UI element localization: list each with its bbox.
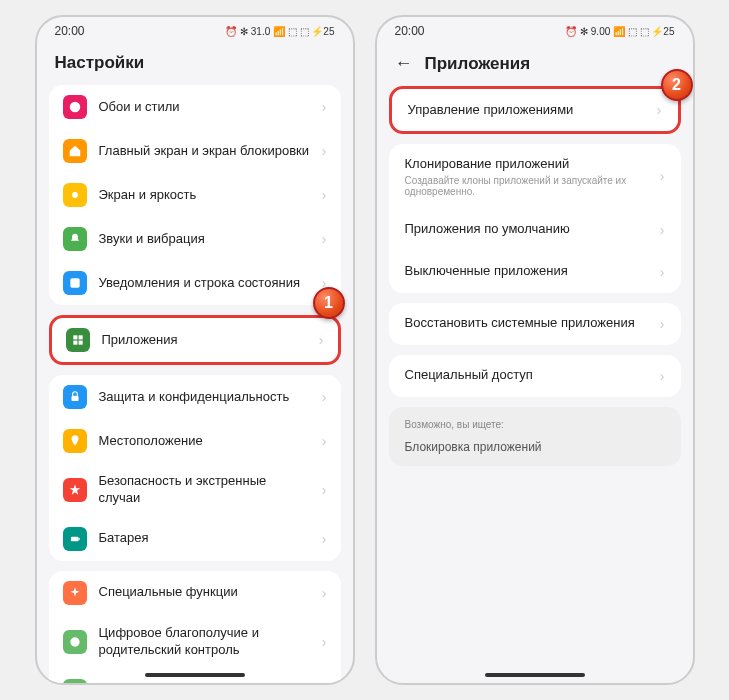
row-special[interactable]: Специальные функции › [49,571,341,615]
highlighted-manage-apps: Управление приложениями › [389,86,681,134]
row-manage-apps[interactable]: Управление приложениями › [392,89,678,131]
row-label: Специальный доступ [405,367,648,384]
gear-icon [63,679,87,683]
chevron-right-icon: › [660,368,665,384]
step-badge-2: 2 [661,69,693,101]
svg-point-1 [72,192,78,198]
row-clone-apps[interactable]: Клонирование приложений Создавайте клоны… [389,144,681,209]
row-wellbeing[interactable]: Цифровое благополучие и родительский кон… [49,615,341,669]
row-label: Уведомления и строка состояния [99,275,310,292]
row-emergency[interactable]: Безопасность и экстренные случаи › [49,463,341,517]
header: ← Приложения [377,45,693,86]
hint-title: Возможно, вы ищете: [405,419,665,430]
row-label: Дополнительные настройки [99,682,310,683]
chevron-right-icon: › [660,222,665,238]
page-title: Настройки [55,53,145,73]
row-sound[interactable]: Звуки и вибрация › [49,217,341,261]
row-wallpaper[interactable]: Обои и стили › [49,85,341,129]
row-label: Местоположение [99,433,310,450]
chevron-right-icon: › [660,316,665,332]
wellbeing-icon [63,630,87,654]
notification-icon [63,271,87,295]
page-title: Приложения [425,54,531,74]
svg-rect-5 [73,341,77,345]
row-label: Главный экран и экран блокировки [99,143,310,160]
apps-list[interactable]: Управление приложениями › Клонирование п… [377,86,693,683]
nav-indicator [485,673,585,677]
row-label: Цифровое благополучие и родительский кон… [99,625,310,659]
row-battery[interactable]: Батарея › [49,517,341,561]
row-notifications[interactable]: Уведомления и строка состояния › [49,261,341,305]
status-time: 20:00 [395,24,425,38]
svg-rect-7 [71,396,78,401]
row-homescreen[interactable]: Главный экран и экран блокировки › [49,129,341,173]
row-label: Восстановить системные приложения [405,315,648,332]
svg-rect-9 [78,538,79,540]
status-bar: 20:00 ⏰ ✻ 31.0 📶 ⬚ ⬚ ⚡25 [37,17,353,45]
chevron-right-icon: › [322,231,327,247]
row-label: Специальные функции [99,584,310,601]
settings-group-2: Защита и конфиденциальность › Местополож… [49,375,341,561]
sparkle-icon [63,581,87,605]
status-time: 20:00 [55,24,85,38]
svg-point-0 [69,102,80,113]
row-privacy[interactable]: Защита и конфиденциальность › [49,375,341,419]
row-label: Клонирование приложений [405,156,648,173]
nav-indicator [145,673,245,677]
chevron-right-icon: › [660,168,665,184]
chevron-right-icon: › [322,585,327,601]
settings-group-3: Специальные функции › Цифровое благополу… [49,571,341,683]
status-icons: ⏰ ✻ 31.0 📶 ⬚ ⬚ ⚡25 [225,26,334,37]
row-default-apps[interactable]: Приложения по умолчанию › [389,209,681,251]
row-restore-system[interactable]: Восстановить системные приложения › [389,303,681,345]
header: Настройки [37,45,353,85]
row-label: Выключенные приложения [405,263,648,280]
status-icons: ⏰ ✻ 9.00 📶 ⬚ ⬚ ⚡25 [565,26,674,37]
bell-icon [63,227,87,251]
chevron-right-icon: › [322,634,327,650]
settings-group-1: Обои и стили › Главный экран и экран бло… [49,85,341,305]
hint-card: Возможно, вы ищете: Блокировка приложени… [389,407,681,466]
svg-rect-3 [73,335,77,339]
row-display[interactable]: Экран и яркость › [49,173,341,217]
row-label: Приложения [102,332,307,349]
palette-icon [63,95,87,119]
svg-point-10 [70,637,79,646]
row-label: Безопасность и экстренные случаи [99,473,310,507]
settings-list[interactable]: Обои и стили › Главный экран и экран бло… [37,85,353,683]
chevron-right-icon: › [322,433,327,449]
svg-rect-8 [70,536,78,541]
phone-screen-1: 20:00 ⏰ ✻ 31.0 📶 ⬚ ⬚ ⚡25 Настройки Обои … [35,15,355,685]
svg-rect-2 [70,278,79,287]
battery-icon [63,527,87,551]
row-label: Защита и конфиденциальность [99,389,310,406]
apps-group-3: Специальный доступ › [389,355,681,397]
apps-group-2: Восстановить системные приложения › [389,303,681,345]
chevron-right-icon: › [660,264,665,280]
apps-icon [66,328,90,352]
row-label: Звуки и вибрация [99,231,310,248]
chevron-right-icon: › [322,187,327,203]
lock-icon [63,385,87,409]
row-label: Батарея [99,530,310,547]
row-location[interactable]: Местоположение › [49,419,341,463]
hint-item[interactable]: Блокировка приложений [405,440,665,454]
status-bar: 20:00 ⏰ ✻ 9.00 📶 ⬚ ⬚ ⚡25 [377,17,693,45]
chevron-right-icon: › [322,143,327,159]
row-apps[interactable]: Приложения › [52,318,338,362]
row-label: Приложения по умолчанию [405,221,648,238]
row-label: Обои и стили [99,99,310,116]
row-label: Управление приложениями [408,102,645,119]
phone-screen-2: 20:00 ⏰ ✻ 9.00 📶 ⬚ ⬚ ⚡25 ← Приложения Уп… [375,15,695,685]
row-special-access[interactable]: Специальный доступ › [389,355,681,397]
svg-rect-6 [78,341,82,345]
svg-rect-4 [78,335,82,339]
chevron-right-icon: › [322,482,327,498]
home-icon [63,139,87,163]
chevron-right-icon: › [319,332,324,348]
apps-group-1: Клонирование приложений Создавайте клоны… [389,144,681,293]
row-disabled-apps[interactable]: Выключенные приложения › [389,251,681,293]
highlighted-apps-row: Приложения › [49,315,341,365]
step-badge-1: 1 [313,287,345,319]
back-button[interactable]: ← [395,53,413,74]
